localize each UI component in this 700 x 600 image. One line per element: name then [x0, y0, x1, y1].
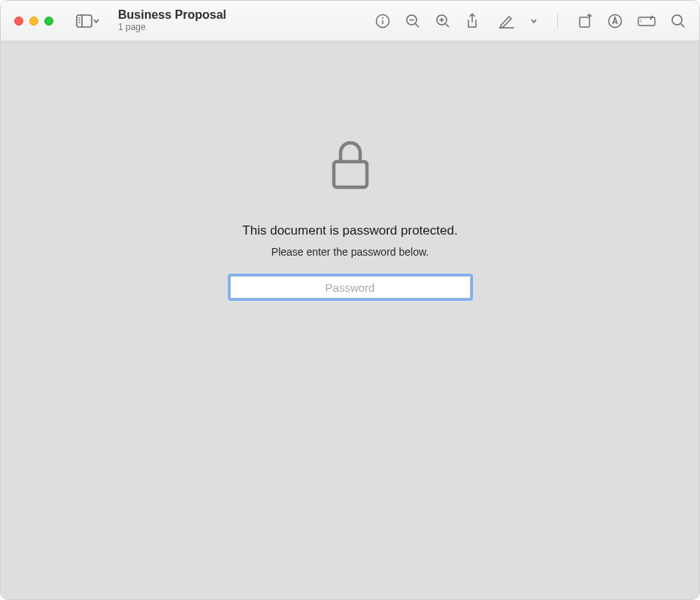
minimize-button[interactable] — [29, 17, 38, 26]
form-icon — [638, 15, 656, 27]
content-area: This document is password protected. Ple… — [1, 41, 699, 599]
chevron-down-icon — [92, 18, 100, 24]
svg-line-12 — [446, 23, 450, 27]
lock-icon — [329, 139, 371, 193]
markup-button[interactable] — [498, 14, 515, 29]
zoom-in-button[interactable] — [435, 14, 450, 29]
toolbar — [375, 13, 686, 29]
highlight-button[interactable] — [608, 14, 623, 29]
form-fill-button[interactable] — [638, 15, 656, 27]
password-prompt: This document is password protected. Ple… — [230, 139, 471, 298]
window-controls — [14, 17, 53, 26]
chevron-down-icon — [530, 18, 538, 24]
fullscreen-button[interactable] — [44, 17, 53, 26]
svg-line-9 — [416, 23, 420, 27]
password-input[interactable] — [230, 276, 471, 298]
markup-menu-button[interactable] — [530, 18, 538, 24]
document-title-block: Business Proposal 1 page — [118, 8, 238, 33]
info-icon — [375, 14, 390, 29]
svg-rect-23 — [334, 162, 367, 187]
svg-rect-17 — [580, 17, 589, 27]
password-subtext: Please enter the password below. — [271, 246, 429, 258]
toolbar-divider — [557, 13, 558, 29]
pencil-icon — [498, 14, 515, 29]
svg-point-7 — [382, 17, 383, 19]
search-button[interactable] — [671, 14, 686, 29]
document-title: Business Proposal — [118, 8, 238, 22]
zoom-out-icon — [405, 14, 420, 29]
titlebar: Business Proposal 1 page — [1, 1, 699, 41]
sidebar-toggle-button[interactable] — [76, 14, 100, 28]
zoom-out-button[interactable] — [405, 14, 420, 29]
close-button[interactable] — [14, 17, 23, 26]
password-heading: This document is password protected. — [242, 223, 457, 238]
svg-rect-0 — [77, 15, 92, 27]
svg-line-22 — [681, 23, 685, 27]
share-icon — [465, 13, 479, 29]
svg-point-21 — [672, 15, 682, 25]
highlight-icon — [608, 14, 623, 29]
share-button[interactable] — [465, 13, 479, 29]
info-button[interactable] — [375, 14, 390, 29]
rotate-icon — [577, 14, 592, 29]
rotate-button[interactable] — [577, 14, 592, 29]
sidebar-icon — [76, 14, 92, 28]
zoom-in-icon — [435, 14, 450, 29]
app-window: Business Proposal 1 page — [0, 0, 700, 600]
document-page-count: 1 page — [118, 23, 238, 33]
search-icon — [671, 14, 686, 29]
